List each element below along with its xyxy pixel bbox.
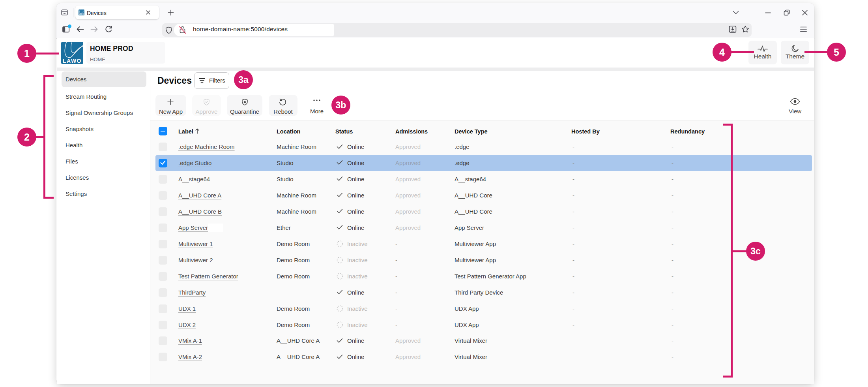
svg-text:LAWO: LAWO (79, 13, 84, 15)
svg-text:LAWO: LAWO (63, 58, 82, 64)
